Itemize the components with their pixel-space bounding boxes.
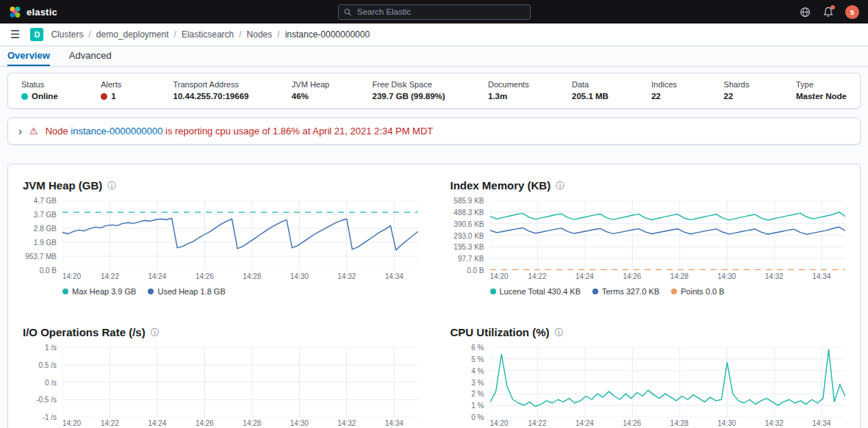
alert-expand-chevron-icon[interactable]: › (18, 126, 22, 137)
summary-value: 239.7 GB (99.89%) (373, 92, 445, 101)
legend-label: Used Heap 1.8 GB (157, 287, 225, 296)
breadcrumb-item-clusters[interactable]: Clusters (51, 29, 83, 40)
y-tick-label: 0 % (471, 413, 484, 421)
alert-suffix: is reporting cpu usage of 1.86% at April… (162, 126, 433, 137)
elastic-logo-icon (9, 6, 21, 18)
summary-value: 22 (724, 92, 753, 101)
info-icon[interactable]: ⓘ (555, 328, 564, 337)
breadcrumb-separator: / (277, 29, 279, 40)
chart-title: CPU Utilization (%) (451, 324, 550, 340)
menu-hamburger-icon[interactable]: ☰ (7, 28, 23, 41)
legend-item-max-heap-3-9-gb[interactable]: Max Heap 3.9 GB (62, 287, 136, 296)
x-axis: 14:2014:2214:2414:2614:2814:3014:3214:34 (62, 419, 418, 428)
notifications-bell-icon[interactable] (822, 5, 835, 18)
summary-label: Data (572, 80, 609, 89)
breadcrumb: Clusters/demo_deployment/Elasticsearch/N… (51, 29, 370, 40)
info-icon[interactable]: ⓘ (107, 181, 116, 190)
info-icon[interactable]: ⓘ (556, 181, 564, 190)
breadcrumb-item-elasticsearch[interactable]: Elasticsearch (182, 29, 234, 40)
summary-value: Online (21, 92, 58, 101)
legend-item-terms-327-0-kb[interactable]: Terms 327.0 KB (592, 287, 659, 296)
breadcrumb-separator: / (239, 29, 241, 40)
y-tick-label: 1 % (471, 402, 484, 410)
cloud-icon[interactable] (798, 5, 811, 18)
summary-item-transport-address: Transport Address10.44.255.70:19669 (173, 80, 249, 101)
x-tick-label: 14:20 (62, 419, 81, 427)
y-tick-label: -1 /s (43, 413, 57, 421)
x-tick-label: 14:24 (148, 419, 166, 427)
y-axis: 1 /s0.5 /s0 /s-0.5 /s-1 /s (23, 347, 62, 417)
legend-item-lucene-total-430-4-kb[interactable]: Lucene Total 430.4 KB (490, 287, 581, 296)
summary-item-jvm-heap: JVM Heap46% (292, 80, 329, 101)
x-tick-label: 14:26 (623, 272, 641, 280)
summary-item-documents: Documents1.3m (488, 80, 529, 101)
info-icon[interactable]: ⓘ (151, 328, 159, 337)
breadcrumb-item-demo-deployment[interactable]: demo_deployment (96, 29, 169, 40)
y-tick-label: 3 % (471, 378, 484, 386)
x-tick-label: 14:26 (196, 419, 214, 427)
legend-item-used-heap-1-8-gb[interactable]: Used Heap 1.8 GB (148, 287, 225, 296)
breadcrumb-separator: / (174, 29, 176, 40)
x-tick-label: 14:20 (490, 419, 509, 427)
x-tick-label: 14:30 (290, 419, 309, 427)
chart-index-memory: Index Memory (KB) ⓘ 585.9 KB488.3 KB390.… (451, 178, 846, 310)
summary-value: 1 (101, 92, 130, 101)
deployment-badge[interactable]: D (30, 28, 43, 41)
x-tick-label: 14:24 (575, 419, 594, 427)
legend-item-points-0-0-b[interactable]: Points 0.0 B (671, 287, 724, 296)
x-axis: 14:2014:2214:2414:2614:2814:3014:3214:34 (62, 272, 418, 283)
y-tick-label: 3.7 GB (34, 211, 57, 219)
x-tick-label: 14:22 (528, 419, 546, 427)
top-header: elastic s (0, 0, 868, 23)
x-tick-label: 14:24 (575, 272, 594, 280)
chart-io-operations: I/O Operations Rate (/s) ⓘ 1 /s0.5 /s0 /… (23, 324, 418, 428)
y-tick-label: 2.8 GB (34, 225, 57, 233)
summary-item-alerts: Alerts1 (101, 80, 130, 101)
tab-bar: Overview Advanced (0, 46, 868, 67)
alert-node-link[interactable]: instance-0000000000 (71, 126, 162, 137)
breadcrumb-item-instance-0000000000: instance-0000000000 (285, 29, 370, 40)
x-tick-label: 14:32 (337, 419, 356, 427)
charts-panel: JVM Heap (GB) ⓘ 4.7 GB3.7 GB2.8 GB1.9 GB… (7, 164, 861, 428)
summary-value: 10.44.255.70:19669 (173, 92, 249, 101)
summary-label: Indices (651, 80, 681, 89)
y-tick-label: 293.0 KB (453, 231, 484, 239)
global-search[interactable] (338, 4, 531, 20)
summary-value: Master Node (796, 92, 847, 101)
summary-label: Free Disk Space (373, 80, 445, 89)
x-tick-label: 14:34 (812, 272, 831, 280)
elastic-logo[interactable]: elastic (9, 6, 57, 18)
chart-title: I/O Operations Rate (/s) (23, 324, 146, 340)
x-tick-label: 14:22 (528, 272, 546, 280)
y-tick-label: 5 % (471, 355, 484, 363)
x-tick-label: 14:32 (765, 419, 783, 427)
y-tick-label: 488.3 KB (453, 208, 484, 216)
chart-jvm-heap: JVM Heap (GB) ⓘ 4.7 GB3.7 GB2.8 GB1.9 GB… (23, 178, 418, 310)
y-tick-label: 4.7 GB (34, 197, 57, 205)
breadcrumb-separator: / (88, 29, 90, 40)
x-tick-label: 14:32 (337, 272, 356, 280)
legend-label: Points 0.0 B (681, 287, 724, 296)
alert-warning-icon: ⚠ (29, 126, 38, 136)
legend-dot-icon (148, 289, 154, 294)
x-tick-label: 14:24 (148, 272, 166, 280)
summary-label: JVM Heap (292, 80, 329, 89)
summary-panel: StatusOnlineAlerts1Transport Address10.4… (7, 73, 861, 109)
user-avatar[interactable]: s (845, 5, 859, 19)
breadcrumb-item-nodes[interactable]: Nodes (247, 29, 273, 40)
x-tick-label: 14:30 (290, 272, 309, 280)
tab-overview[interactable]: Overview (7, 46, 50, 66)
x-tick-label: 14:22 (101, 272, 119, 280)
y-tick-label: 953.7 MB (25, 253, 57, 261)
y-axis: 585.9 KB488.3 KB390.6 KB293.0 KB195.3 KB… (451, 200, 490, 270)
summary-value: 22 (651, 92, 681, 101)
x-tick-label: 14:22 (101, 419, 119, 427)
tab-advanced[interactable]: Advanced (69, 46, 112, 66)
search-input[interactable] (356, 7, 525, 17)
legend-label: Max Heap 3.9 GB (72, 287, 136, 296)
y-axis: 4.7 GB3.7 GB2.8 GB1.9 GB953.7 MB0.0 B (23, 200, 62, 270)
y-tick-label: 2 % (471, 390, 484, 398)
x-tick-label: 14:34 (385, 419, 403, 427)
x-tick-label: 14:28 (243, 419, 261, 427)
summary-label: Status (21, 80, 58, 89)
